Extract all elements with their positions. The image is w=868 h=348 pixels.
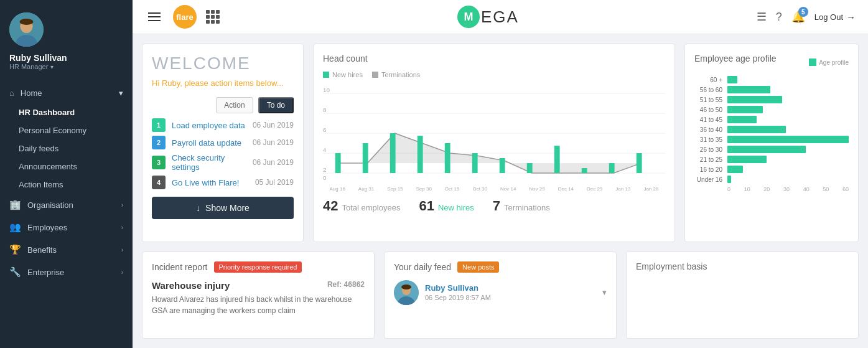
action-text-1[interactable]: Load employee data <box>172 121 246 130</box>
topbar-right: ☰ ? 🔔 5 Log Out → <box>757 10 856 24</box>
show-more-arrow-icon: ↓ <box>196 203 200 213</box>
svg-rect-20 <box>445 143 450 173</box>
incident-header: Incident report Priority response requir… <box>152 261 365 273</box>
sidebar-item-organisation[interactable]: 🏢 Organisation › <box>0 194 133 216</box>
action-num-2: 2 <box>152 136 166 149</box>
action-list: 1 Load employee data 06 Jun 2019 2 Payro… <box>152 118 294 189</box>
age-bar-row: 46 to 50 <box>694 106 849 113</box>
action-tab[interactable]: Action <box>216 97 253 113</box>
age-bar-container <box>727 136 849 143</box>
svg-point-31 <box>401 285 411 289</box>
mega-logo: M EGA <box>457 6 519 28</box>
age-bar-fill <box>727 126 786 133</box>
action-item: 1 Load employee data 06 Jun 2019 <box>152 118 294 132</box>
svg-rect-27 <box>637 153 642 173</box>
feed-user: Ruby Sullivan 06 Sep 2019 8:57 AM ▾ <box>394 280 607 305</box>
age-label: 16 to 20 <box>694 166 722 173</box>
sidebar-item-hr-dashboard[interactable]: HR Dashboard <box>9 103 133 121</box>
logout-button[interactable]: Log Out → <box>814 12 856 22</box>
age-bar-container <box>727 76 849 83</box>
todo-tab[interactable]: To do <box>258 97 294 113</box>
welcome-panel: WELCOME Hi Ruby, please action items bel… <box>142 44 304 242</box>
notification-badge: 5 <box>798 7 808 17</box>
age-bar-container <box>727 126 849 133</box>
svg-rect-26 <box>609 163 615 173</box>
sidebar-item-announcements[interactable]: Announcements <box>9 158 133 176</box>
action-date-4: 05 Jul 2019 <box>255 178 294 187</box>
employment-title: Employment basis <box>636 261 849 271</box>
avatar <box>9 12 44 47</box>
sidebar-item-enterprise[interactable]: 🔧 Enterprise › <box>0 261 133 283</box>
feed-avatar <box>394 280 419 305</box>
organisation-caret-icon: › <box>121 202 123 209</box>
daily-feed-badge: New posts <box>457 261 499 273</box>
logout-arrow-icon: → <box>846 12 856 22</box>
action-num-1: 1 <box>152 118 166 132</box>
age-bar-container <box>727 96 849 103</box>
legend-terminations: Terminations <box>372 71 420 78</box>
age-axis: 0102030405060 <box>694 186 849 192</box>
list-icon[interactable]: ☰ <box>757 10 767 24</box>
svg-text:2: 2 <box>323 166 327 172</box>
feed-date: 06 Sep 2019 8:57 AM <box>425 294 596 301</box>
action-item: 2 Payroll data update 06 Jun 2019 <box>152 136 294 149</box>
sidebar-item-employees[interactable]: 👥 Employees › <box>0 216 133 238</box>
age-label: 41 to 45 <box>694 116 722 123</box>
action-text-2[interactable]: Payroll data update <box>172 138 246 148</box>
svg-rect-17 <box>363 143 368 173</box>
sidebar-item-action-items[interactable]: Action Items <box>9 176 133 194</box>
age-bar-container <box>727 86 849 93</box>
action-text-4[interactable]: Go Live with Flare! <box>172 178 249 187</box>
incident-description: Howard Alvarez has injured his back whil… <box>152 294 365 316</box>
chart-x-labels: Aug 16Aug 31Sep 15Sep 30Oct 15Oct 30Nov … <box>323 186 665 192</box>
flare-logo[interactable]: flare <box>173 5 197 29</box>
sidebar-item-daily-feeds[interactable]: Daily feeds <box>9 139 133 158</box>
employment-panel: Employment basis <box>626 252 859 339</box>
age-bar-fill <box>727 146 806 153</box>
employees-caret-icon: › <box>121 224 123 231</box>
sidebar-item-benefits[interactable]: 🏆 Benefits › <box>0 238 133 261</box>
action-item: 3 Check security settings 06 Jun 2019 <box>152 153 294 172</box>
top-row: WELCOME Hi Ruby, please action items bel… <box>142 44 859 242</box>
user-role[interactable]: HR Manager ▾ <box>9 63 54 70</box>
sidebar: Ruby Sullivan HR Manager ▾ ⌂ Home ▾ HR D… <box>0 0 133 348</box>
age-bar-fill <box>727 76 737 83</box>
incident-badge: Priority response required <box>214 261 302 273</box>
incident-title-label: Incident report <box>152 262 208 272</box>
age-bar-fill <box>727 96 782 103</box>
age-bar-fill <box>727 156 767 163</box>
age-bar-row: 36 to 40 <box>694 126 849 133</box>
age-bar-row: 51 to 55 <box>694 96 849 103</box>
benefits-icon: 🏆 <box>9 244 21 255</box>
stat-terminations: 7 Terminations <box>493 198 550 214</box>
age-bar-fill <box>727 176 731 183</box>
age-bar-container <box>727 166 849 173</box>
hamburger-menu[interactable] <box>145 9 164 24</box>
daily-feed-header: Your daily feed New posts <box>394 261 607 273</box>
grid-apps-icon[interactable] <box>206 10 220 24</box>
action-num-4: 4 <box>152 176 166 189</box>
feed-info: Ruby Sullivan 06 Sep 2019 8:57 AM <box>425 283 596 301</box>
feed-expand-button[interactable]: ▾ <box>602 288 607 297</box>
action-text-3[interactable]: Check security settings <box>172 153 246 172</box>
sidebar-item-personal-economy[interactable]: Personal Economy <box>9 121 133 139</box>
age-bar-container <box>727 156 849 163</box>
sidebar-item-home[interactable]: ⌂ Home ▾ <box>0 83 133 103</box>
page-content: WELCOME Hi Ruby, please action items bel… <box>133 34 868 348</box>
help-icon[interactable]: ? <box>776 11 782 24</box>
show-more-button[interactable]: ↓ Show More <box>152 197 294 219</box>
home-caret-icon: ▾ <box>119 88 123 98</box>
action-item: 4 Go Live with Flare! 05 Jul 2019 <box>152 176 294 189</box>
action-date-2: 06 Jun 2019 <box>253 138 294 147</box>
age-bar-fill <box>727 86 770 93</box>
age-bar-row: 26 to 30 <box>694 146 849 153</box>
topbar-center: M EGA <box>220 6 757 28</box>
home-icon: ⌂ <box>9 88 14 98</box>
mega-m-circle: M <box>457 6 480 28</box>
age-label: 51 to 55 <box>694 96 722 103</box>
age-bar-row: 31 to 35 <box>694 136 849 143</box>
age-label: 36 to 40 <box>694 126 722 133</box>
welcome-title: WELCOME <box>152 54 294 73</box>
home-sub-menu: HR Dashboard Personal Economy Daily feed… <box>0 103 133 194</box>
notification-button[interactable]: 🔔 5 <box>791 10 805 24</box>
